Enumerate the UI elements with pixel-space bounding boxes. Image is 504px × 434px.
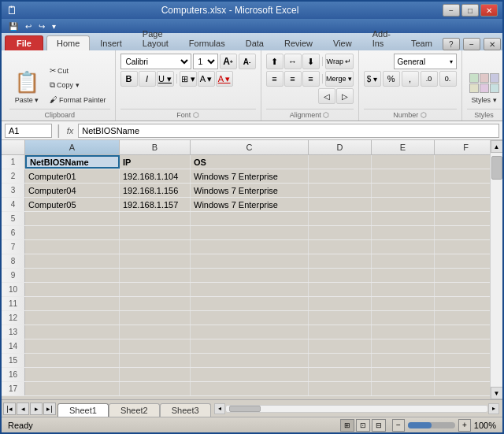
wrap-text-btn[interactable]: Wrap ↵ xyxy=(325,54,354,69)
cell[interactable] xyxy=(435,325,490,339)
cell[interactable] xyxy=(435,169,490,183)
cell[interactable]: Windows 7 Enterprise xyxy=(191,169,309,183)
scroll-up-btn[interactable]: ▲ xyxy=(491,140,503,153)
font-name-selector[interactable]: Calibri xyxy=(120,54,191,69)
cell[interactable] xyxy=(120,212,191,225)
cell[interactable] xyxy=(25,368,120,381)
cell[interactable] xyxy=(309,368,372,381)
cell[interactable] xyxy=(309,240,372,254)
tab-team[interactable]: Team xyxy=(401,35,443,50)
cell[interactable]: Computer01 xyxy=(25,169,120,183)
redo-quick-btn[interactable]: ↪ xyxy=(36,21,47,32)
cell[interactable]: IP xyxy=(120,155,191,169)
h-scroll-thumb[interactable] xyxy=(229,406,261,412)
cell[interactable] xyxy=(25,226,120,239)
fill-color-btn[interactable]: A ▾ xyxy=(198,71,215,87)
cell[interactable] xyxy=(309,283,372,296)
maximize-button[interactable]: □ xyxy=(461,4,479,17)
cell[interactable] xyxy=(435,311,490,325)
cell[interactable] xyxy=(435,226,490,239)
col-header-C[interactable]: C xyxy=(191,140,309,154)
decrease-font-size-btn[interactable]: A- xyxy=(239,54,256,69)
sheet-nav-last[interactable]: ▸| xyxy=(43,402,56,415)
align-top-btn[interactable]: ⬆ xyxy=(266,54,284,69)
cell[interactable] xyxy=(309,254,372,268)
bold-btn[interactable]: B xyxy=(120,71,138,87)
cell[interactable] xyxy=(191,212,309,225)
merge-btn[interactable]: Merge ▾ xyxy=(325,71,354,87)
cell[interactable] xyxy=(25,354,120,367)
decrease-indent-btn[interactable]: ◁ xyxy=(318,88,335,104)
cell[interactable] xyxy=(191,297,309,310)
minimize-button[interactable]: − xyxy=(443,4,460,17)
font-color-btn[interactable]: A ▾ xyxy=(216,71,233,87)
cell[interactable] xyxy=(191,339,309,353)
tab-insert[interactable]: Insert xyxy=(90,35,132,50)
cell[interactable] xyxy=(120,368,191,381)
paste-button[interactable]: 📋 Paste ▾ xyxy=(9,61,44,106)
cell[interactable] xyxy=(309,169,372,183)
cell[interactable] xyxy=(309,198,372,211)
cell[interactable] xyxy=(435,297,490,310)
cell[interactable] xyxy=(120,254,191,268)
cell[interactable] xyxy=(25,269,120,282)
align-left-btn[interactable]: ≡ xyxy=(266,71,284,87)
cell[interactable] xyxy=(25,283,120,296)
align-right-btn[interactable]: ≡ xyxy=(302,71,320,87)
italic-btn[interactable]: I xyxy=(139,71,156,87)
cell[interactable]: Computer05 xyxy=(25,198,120,211)
col-header-D[interactable]: D xyxy=(309,140,372,154)
cell[interactable] xyxy=(372,254,435,268)
cell[interactable] xyxy=(372,212,435,225)
cell[interactable]: 192.168.1.156 xyxy=(120,184,191,197)
underline-btn[interactable]: U ▾ xyxy=(157,71,174,87)
formula-input[interactable] xyxy=(78,124,499,138)
cell[interactable] xyxy=(309,155,372,169)
cell[interactable] xyxy=(191,226,309,239)
cell[interactable] xyxy=(372,382,435,395)
cell[interactable] xyxy=(120,354,191,367)
cell[interactable] xyxy=(309,325,372,339)
cell[interactable] xyxy=(191,269,309,282)
cell[interactable] xyxy=(372,368,435,381)
styles-button[interactable]: Styles ▾ xyxy=(467,61,502,106)
cut-button[interactable]: ✂Cut xyxy=(46,64,110,77)
cell[interactable]: OS xyxy=(191,155,309,169)
currency-btn[interactable]: $ ▾ xyxy=(364,71,381,87)
qa-dropdown-btn[interactable]: ▾ xyxy=(50,21,58,32)
cell[interactable] xyxy=(191,240,309,254)
cell[interactable] xyxy=(435,184,490,197)
cell[interactable] xyxy=(120,382,191,395)
cell[interactable] xyxy=(309,354,372,367)
cell[interactable] xyxy=(372,198,435,211)
undo-quick-btn[interactable]: ↩ xyxy=(23,21,34,32)
cell[interactable] xyxy=(25,382,120,395)
cell[interactable] xyxy=(372,155,435,169)
tab-home[interactable]: Home xyxy=(46,35,90,50)
cell[interactable] xyxy=(191,254,309,268)
number-format-selector[interactable]: General ▾ xyxy=(394,54,457,69)
zoom-out-btn[interactable]: − xyxy=(392,419,405,432)
cell[interactable] xyxy=(372,325,435,339)
cell[interactable] xyxy=(435,368,490,381)
cell[interactable] xyxy=(120,269,191,282)
tab-file[interactable]: File xyxy=(5,35,43,50)
cell[interactable] xyxy=(372,269,435,282)
cell[interactable] xyxy=(120,240,191,254)
cell[interactable] xyxy=(372,339,435,353)
cell[interactable] xyxy=(120,311,191,325)
cell[interactable] xyxy=(309,212,372,225)
percent-btn[interactable]: % xyxy=(383,71,400,87)
cell[interactable] xyxy=(435,240,490,254)
sheet-tab-1[interactable]: Sheet1 xyxy=(57,403,109,417)
cell[interactable] xyxy=(372,226,435,239)
cell[interactable] xyxy=(435,212,490,225)
normal-view-btn[interactable]: ⊞ xyxy=(340,419,354,432)
tab-formulas[interactable]: Formulas xyxy=(179,35,235,50)
cell[interactable] xyxy=(191,311,309,325)
sheet-tab-2[interactable]: Sheet2 xyxy=(109,403,160,417)
cell[interactable] xyxy=(120,283,191,296)
ribbon-help-btn[interactable]: − xyxy=(463,38,480,50)
sheet-nav-prev[interactable]: ◂ xyxy=(17,402,29,415)
cell[interactable] xyxy=(120,339,191,353)
